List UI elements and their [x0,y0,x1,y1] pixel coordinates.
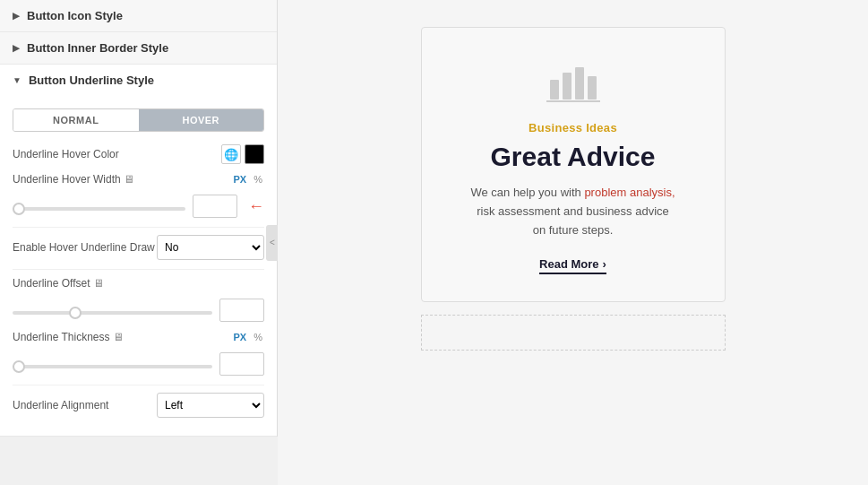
underline-offset-row: Underline Offset 🖥 [13,277,264,290]
accordion-header-button-icon-style[interactable]: ▶ Button Icon Style [0,0,277,31]
accordion-button-inner-border-style: ▶ Button Inner Border Style [0,32,277,65]
normal-hover-toggle: NORMAL HOVER [13,108,264,132]
card-preview: Business Ideas Great Advice We can help … [421,27,726,302]
divider-2 [13,269,264,270]
toggle-hover[interactable]: HOVER [139,109,264,131]
svg-rect-1 [563,73,572,100]
monitor-icon: 🖥 [124,173,134,186]
underline-hover-width-row: Underline Hover Width 🖥 PX % [13,173,264,186]
unit-percent-btn[interactable]: % [252,173,264,186]
accordion-header-button-inner-border[interactable]: ▶ Button Inner Border Style [0,32,277,64]
underline-hover-width-label: Underline Hover Width 🖥 [13,173,232,186]
accordion-button-underline-style: ▼ Button Underline Style NORMAL HOVER Un… [0,65,277,437]
offset-slider[interactable] [13,311,212,315]
toggle-normal[interactable]: NORMAL [13,109,139,131]
chart-icon [546,60,600,107]
hover-width-slider-container [13,198,185,214]
hover-width-slider[interactable] [13,207,185,211]
divider-3 [13,385,264,385]
offset-slider-row [13,299,264,322]
underline-alignment-label: Underline Alignment [13,399,157,411]
unit-toggle-row: PX % [232,173,264,186]
thickness-unit-percent[interactable]: % [252,331,264,343]
hover-width-input[interactable] [193,195,237,218]
thickness-slider-container [13,356,212,372]
card-title: Great Advice [491,142,656,171]
divider-1 [13,227,264,228]
hover-width-slider-row: ← [13,195,264,218]
offset-slider-container [13,302,212,318]
thickness-input[interactable] [219,352,264,376]
read-more-button[interactable]: Read More › [539,257,606,274]
underline-style-body: NORMAL HOVER Underline Hover Color 🌐 Und… [0,96,277,436]
chevron-icon-button-icon: ▶ [13,11,20,21]
thickness-slider[interactable] [13,365,212,368]
thickness-unit-row: PX % [232,331,264,343]
svg-rect-2 [575,67,584,100]
unit-px-btn[interactable]: PX [232,173,249,186]
read-more-label: Read More [539,257,598,271]
underline-offset-label: Underline Offset 🖥 [13,277,264,290]
monitor-icon-offset: 🖥 [93,277,104,290]
accordion-label-button-icon: Button Icon Style [27,9,123,22]
arrow-indicator: ← [248,197,264,216]
underline-hover-color-label: Underline Hover Color [13,148,221,160]
chevron-icon-button-inner-border: ▶ [13,43,20,53]
accordion-header-button-underline[interactable]: ▼ Button Underline Style [0,65,277,96]
enable-hover-underline-draw-row: Enable Hover Underline Draw No Yes [13,235,264,260]
underline-alignment-select[interactable]: Left Center Right [157,393,264,418]
globe-icon[interactable]: 🌐 [221,144,241,164]
underline-hover-color-row: Underline Hover Color 🌐 [13,144,264,164]
underline-thickness-label: Underline Thickness 🖥 [13,331,232,343]
panel-collapse-handle[interactable]: < [266,225,279,261]
dashed-placeholder [421,315,726,351]
read-more-chevron: › [603,257,606,271]
monitor-icon-thickness: 🖥 [113,331,124,343]
card-subtitle: Business Ideas [529,121,617,134]
svg-rect-0 [550,80,559,100]
thickness-unit-px[interactable]: PX [232,331,249,343]
accordion-button-icon-style: ▶ Button Icon Style [0,0,277,32]
enable-hover-underline-draw-select[interactable]: No Yes [157,235,264,260]
thickness-slider-row [13,352,264,376]
chevron-icon-button-underline: ▼ [13,75,21,85]
enable-hover-underline-draw-label: Enable Hover Underline Draw [13,241,157,254]
offset-input[interactable] [219,299,264,322]
underline-thickness-row: Underline Thickness 🖥 PX % [13,331,264,343]
color-swatch-group: 🌐 [221,144,264,164]
card-description: We can help you with problem analysis, r… [470,184,675,239]
accordion-label-button-inner-border: Button Inner Border Style [27,41,168,55]
color-picker-black[interactable] [245,144,264,164]
underline-alignment-row: Underline Alignment Left Center Right [13,393,264,418]
svg-rect-3 [588,76,597,100]
accordion-label-button-underline: Button Underline Style [29,74,154,87]
highlight-text: problem analysis, [584,186,675,199]
right-panel: Business Ideas Great Advice We can help … [278,0,868,485]
